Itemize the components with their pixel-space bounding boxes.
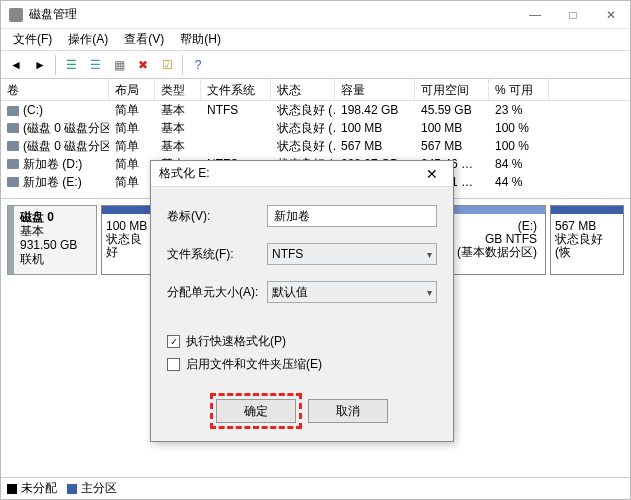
menu-help[interactable]: 帮助(H)	[172, 29, 229, 50]
partition[interactable]: 567 MB 状态良好 (恢	[550, 205, 624, 275]
volume-icon	[7, 159, 19, 169]
menu-file[interactable]: 文件(F)	[5, 29, 60, 50]
maximize-button[interactable]: □	[554, 1, 592, 29]
partition[interactable]: 100 MB 状态良好	[101, 205, 157, 275]
label-filesystem: 文件系统(F):	[167, 246, 267, 263]
legend-unallocated: 未分配	[21, 480, 57, 497]
menu-view[interactable]: 查看(V)	[116, 29, 172, 50]
back-button[interactable]: ◄	[5, 54, 27, 76]
legend-primary: 主分区	[81, 480, 117, 497]
disk-type: 基本	[20, 224, 92, 238]
label-allocation: 分配单元大小(A):	[167, 284, 267, 301]
ok-button[interactable]: 确定	[216, 399, 296, 423]
disk-name: 磁盘 0	[20, 210, 92, 224]
format-dialog: 格式化 E: ✕ 卷标(V): 文件系统(F): NTFS ▾ 分配单元大小(A…	[150, 160, 454, 442]
volume-icon	[7, 106, 19, 116]
titlebar: 磁盘管理 — □ ✕	[1, 1, 630, 29]
menubar: 文件(F) 操作(A) 查看(V) 帮助(H)	[1, 29, 630, 51]
dialog-title: 格式化 E:	[159, 165, 419, 182]
properties-icon[interactable]: ☑	[156, 54, 178, 76]
col-layout[interactable]: 布局	[109, 79, 155, 100]
quick-format-checkbox[interactable]: ✓	[167, 335, 180, 348]
label-volume: 卷标(V):	[167, 208, 267, 225]
toolbar: ◄ ► ☰ ☰ ▦ ✖ ☑ ?	[1, 51, 630, 79]
disk-state: 联机	[20, 252, 92, 266]
close-button[interactable]: ✕	[592, 1, 630, 29]
volume-label-input[interactable]	[267, 205, 437, 227]
chevron-down-icon: ▾	[427, 249, 432, 260]
table-row[interactable]: (磁盘 0 磁盘分区 6)简单基本状态良好 (…567 MB567 MB100 …	[1, 137, 630, 155]
disk-size: 931.50 GB	[20, 238, 92, 252]
col-volume[interactable]: 卷	[1, 79, 109, 100]
col-capacity[interactable]: 容量	[335, 79, 415, 100]
app-icon	[9, 8, 23, 22]
col-free[interactable]: 可用空间	[415, 79, 489, 100]
dialog-close-button[interactable]: ✕	[419, 166, 445, 182]
col-type[interactable]: 类型	[155, 79, 201, 100]
tool-icon[interactable]: ▦	[108, 54, 130, 76]
forward-button[interactable]: ►	[29, 54, 51, 76]
volume-icon	[7, 123, 19, 133]
table-header: 卷 布局 类型 文件系统 状态 容量 可用空间 % 可用	[1, 79, 630, 101]
cancel-button[interactable]: 取消	[308, 399, 388, 423]
col-status[interactable]: 状态	[271, 79, 335, 100]
quick-format-label: 执行快速格式化(P)	[186, 333, 286, 350]
allocation-unit-select[interactable]: 默认值 ▾	[267, 281, 437, 303]
tool-icon[interactable]: ☰	[84, 54, 106, 76]
compress-label: 启用文件和文件夹压缩(E)	[186, 356, 322, 373]
menu-action[interactable]: 操作(A)	[60, 29, 116, 50]
compress-checkbox[interactable]	[167, 358, 180, 371]
table-row[interactable]: (C:)简单基本NTFS状态良好 (…198.42 GB45.59 GB23 %	[1, 101, 630, 119]
legend: 未分配 主分区	[1, 477, 630, 499]
col-fs[interactable]: 文件系统	[201, 79, 271, 100]
tool-icon[interactable]: ☰	[60, 54, 82, 76]
volume-icon	[7, 141, 19, 151]
col-pctfree[interactable]: % 可用	[489, 79, 549, 100]
minimize-button[interactable]: —	[516, 1, 554, 29]
table-row[interactable]: (磁盘 0 磁盘分区 1)简单基本状态良好 (…100 MB100 MB100 …	[1, 119, 630, 137]
disk-header[interactable]: 磁盘 0 基本 931.50 GB 联机	[7, 205, 97, 275]
chevron-down-icon: ▾	[427, 287, 432, 298]
delete-icon[interactable]: ✖	[132, 54, 154, 76]
window-title: 磁盘管理	[29, 6, 516, 23]
volume-icon	[7, 177, 19, 187]
help-icon[interactable]: ?	[187, 54, 209, 76]
filesystem-select[interactable]: NTFS ▾	[267, 243, 437, 265]
